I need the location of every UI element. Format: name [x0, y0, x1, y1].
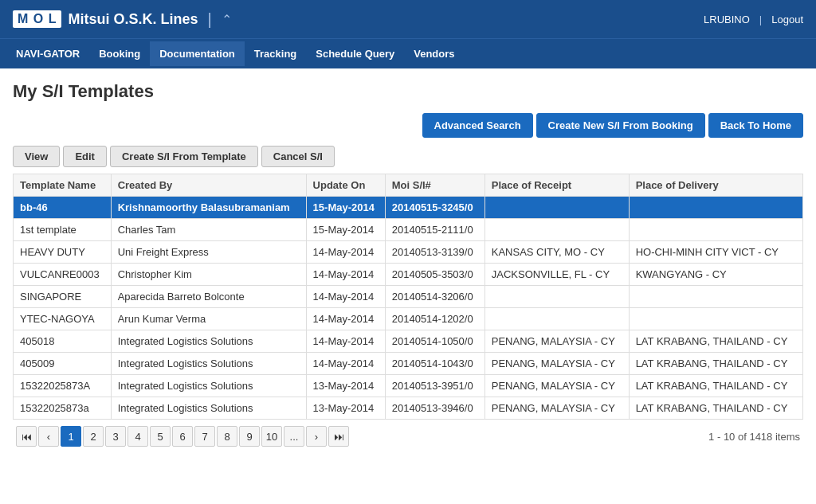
cell-place-of-delivery: LAT KRABANG, THAILAND - CY: [629, 375, 802, 397]
col-update-on: Update On: [306, 174, 385, 197]
cell-template-name: 405018: [14, 330, 112, 353]
cell-place-of-receipt: [484, 286, 629, 308]
logo-box: M O L: [13, 10, 61, 28]
page-5-button[interactable]: 5: [150, 426, 171, 447]
top-header: M O L Mitsui O.S.K. Lines | ⌃ LRUBINO | …: [0, 0, 816, 38]
page-ellipsis: ...: [284, 426, 304, 447]
cell-place-of-delivery: [629, 308, 802, 330]
cell-place-of-delivery: KWANGYANG - CY: [629, 264, 802, 286]
cell-template-name: HEAVY DUTY: [14, 241, 112, 264]
cell-moi-si: 20140505-3503/0: [385, 264, 484, 286]
table-row[interactable]: bb-46Krishnamoorthy Balasubramaniam15-Ma…: [14, 197, 803, 219]
cell-place-of-receipt: [484, 197, 629, 219]
back-to-home-button[interactable]: Back To Home: [708, 113, 803, 138]
cell-template-name: 15322025873a: [14, 397, 112, 420]
table-row[interactable]: 15322025873aIntegrated Logistics Solutio…: [14, 397, 803, 420]
cell-template-name: bb-46: [14, 197, 112, 219]
nav-item-booking[interactable]: Booking: [89, 41, 150, 66]
cell-place-of-delivery: LAT KRABANG, THAILAND - CY: [629, 353, 802, 375]
table-row[interactable]: VULCANRE0003Christopher Kim14-May-201420…: [14, 264, 803, 286]
cell-update-on: 13-May-2014: [306, 375, 385, 397]
cancel-si-button[interactable]: Cancel S/I: [261, 146, 335, 167]
page-7-button[interactable]: 7: [194, 426, 215, 447]
page-first-button[interactable]: ⏮: [16, 426, 37, 447]
page-10-button[interactable]: 10: [261, 426, 282, 447]
cell-place-of-receipt: [484, 219, 629, 241]
pagination-controls: ⏮ ‹ 1 2 3 4 5 6 7 8 9 10 ... › ⏭: [16, 426, 349, 447]
cell-template-name: 15322025873A: [14, 375, 112, 397]
cell-moi-si: 20140515-2111/0: [385, 219, 484, 241]
cell-created-by: Krishnamoorthy Balasubramaniam: [111, 197, 306, 219]
cell-template-name: 1st template: [14, 219, 112, 241]
cell-template-name: SINGAPORE: [14, 286, 112, 308]
nav-item-navigator[interactable]: NAVI-GATOR: [6, 41, 89, 66]
col-place-of-delivery: Place of Delivery: [629, 174, 802, 197]
table-row[interactable]: 15322025873AIntegrated Logistics Solutio…: [14, 375, 803, 397]
edit-button[interactable]: Edit: [63, 146, 107, 167]
cell-place-of-receipt: [484, 308, 629, 330]
cell-moi-si: 20140513-3139/0: [385, 241, 484, 264]
advanced-search-button[interactable]: Advanced Search: [422, 113, 533, 138]
col-created-by: Created By: [111, 174, 306, 197]
table-row[interactable]: 405018Integrated Logistics Solutions14-M…: [14, 330, 803, 353]
page-content: My S/I Templates Advanced Search Create …: [0, 68, 816, 456]
cell-template-name: YTEC-NAGOYA: [14, 308, 112, 330]
nav-item-documentation[interactable]: Documentation: [150, 41, 245, 66]
cell-template-name: VULCANRE0003: [14, 264, 112, 286]
create-new-si-button[interactable]: Create New S/I From Booking: [536, 113, 705, 138]
col-place-of-receipt: Place of Receipt: [484, 174, 629, 197]
cell-place-of-receipt: KANSAS CITY, MO - CY: [484, 241, 629, 264]
table-header-row: Template Name Created By Update On Moi S…: [14, 174, 803, 197]
toolbar-row: View Edit Create S/I From Template Cance…: [13, 146, 803, 167]
nav-item-vendors[interactable]: Vendors: [404, 41, 464, 66]
cell-place-of-receipt: PENANG, MALAYSIA - CY: [484, 375, 629, 397]
page-4-button[interactable]: 4: [128, 426, 148, 447]
cell-created-by: Integrated Logistics Solutions: [111, 330, 306, 353]
logo-area: M O L Mitsui O.S.K. Lines | ⌃: [13, 10, 232, 29]
data-table: Template Name Created By Update On Moi S…: [13, 174, 803, 420]
page-9-button[interactable]: 9: [239, 426, 260, 447]
cell-update-on: 14-May-2014: [306, 330, 385, 353]
cell-moi-si: 20140515-3245/0: [385, 197, 484, 219]
page-8-button[interactable]: 8: [217, 426, 237, 447]
page-last-button[interactable]: ⏭: [328, 426, 349, 447]
cell-place-of-receipt: PENANG, MALAYSIA - CY: [484, 397, 629, 420]
nav-item-schedule-query[interactable]: Schedule Query: [306, 41, 404, 66]
nav-divider: |: [759, 14, 762, 25]
cell-created-by: Charles Tam: [111, 219, 306, 241]
page-2-button[interactable]: 2: [83, 426, 104, 447]
cell-update-on: 14-May-2014: [306, 286, 385, 308]
cell-update-on: 15-May-2014: [306, 219, 385, 241]
table-row[interactable]: 405009Integrated Logistics Solutions14-M…: [14, 353, 803, 375]
page-title: My S/I Templates: [13, 81, 803, 102]
table-row[interactable]: SINGAPOREAparecida Barreto Bolconte14-Ma…: [14, 286, 803, 308]
create-si-from-template-button[interactable]: Create S/I From Template: [110, 146, 258, 167]
cell-place-of-delivery: LAT KRABANG, THAILAND - CY: [629, 397, 802, 420]
cell-place-of-delivery: [629, 286, 802, 308]
nav-item-tracking[interactable]: Tracking: [245, 41, 306, 66]
cell-created-by: Integrated Logistics Solutions: [111, 353, 306, 375]
company-name: Mitsui O.S.K. Lines: [68, 11, 198, 28]
table-row[interactable]: HEAVY DUTYUni Freight Express14-May-2014…: [14, 241, 803, 264]
logout-link[interactable]: Logout: [771, 14, 803, 25]
table-row[interactable]: YTEC-NAGOYAArun Kumar Verma14-May-201420…: [14, 308, 803, 330]
cell-moi-si: 20140514-3206/0: [385, 286, 484, 308]
page-1-button[interactable]: 1: [61, 426, 81, 447]
cell-update-on: 14-May-2014: [306, 241, 385, 264]
username-link[interactable]: LRUBINO: [704, 14, 750, 25]
page-next-button[interactable]: ›: [306, 426, 327, 447]
page-prev-button[interactable]: ‹: [38, 426, 59, 447]
cell-template-name: 405009: [14, 353, 112, 375]
cell-created-by: Integrated Logistics Solutions: [111, 397, 306, 420]
top-nav-right: LRUBINO | Logout: [704, 14, 803, 25]
cell-moi-si: 20140513-3946/0: [385, 397, 484, 420]
cell-moi-si: 20140514-1202/0: [385, 308, 484, 330]
cell-update-on: 14-May-2014: [306, 308, 385, 330]
view-button[interactable]: View: [13, 146, 60, 167]
page-3-button[interactable]: 3: [105, 426, 126, 447]
table-row[interactable]: 1st templateCharles Tam15-May-2014201405…: [14, 219, 803, 241]
cell-update-on: 14-May-2014: [306, 264, 385, 286]
cell-place-of-delivery: [629, 219, 802, 241]
cell-created-by: Aparecida Barreto Bolconte: [111, 286, 306, 308]
page-6-button[interactable]: 6: [172, 426, 193, 447]
